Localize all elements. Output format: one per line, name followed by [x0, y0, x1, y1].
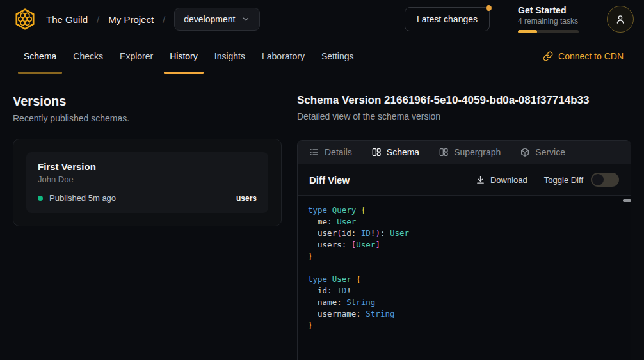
nav-tab-checks[interactable]: Checks [65, 38, 111, 74]
breadcrumb-project[interactable]: My Project [108, 14, 154, 25]
code-line: type User { [308, 274, 620, 285]
schema-code-area: type Query { me: User user(id: ID!): Use… [298, 196, 631, 360]
version-list-item[interactable]: First Version John Doe Published 5m ago … [26, 152, 268, 213]
versions-panel: Versions Recently published schemas. Fir… [13, 94, 282, 226]
version-status-text: Published 5m ago [49, 193, 116, 203]
download-label: Download [490, 175, 527, 185]
breadcrumb-separator: / [97, 14, 99, 25]
schema-version-panel: Schema Version 2166196f-5e10-4059-bd0a-0… [297, 94, 631, 360]
get-started-subtitle: 4 remaining tasks [518, 17, 579, 26]
link-icon [543, 51, 553, 61]
nav-tab-laboratory[interactable]: Laboratory [254, 38, 313, 74]
user-avatar[interactable] [607, 6, 634, 33]
tab-label: Supergraph [454, 147, 501, 157]
schema-version-title: Schema Version 2166196f-5e10-4059-bd0a-0… [297, 94, 631, 107]
get-started-title: Get Started [518, 5, 579, 15]
version-author: John Doe [38, 175, 257, 184]
latest-changes-label: Latest changes [417, 14, 478, 24]
notification-dot [486, 5, 492, 11]
layout-icon [439, 147, 449, 157]
nav-tab-label: Schema [24, 51, 56, 61]
get-started-progress-bar [518, 30, 579, 33]
nav-tab-label: Explorer [120, 51, 153, 61]
download-button[interactable]: Download [476, 175, 527, 185]
get-started-widget[interactable]: Get Started 4 remaining tasks [518, 5, 579, 33]
version-service-badge: users [236, 194, 257, 203]
connect-to-cdn-link[interactable]: Connect to CDN [543, 38, 624, 74]
nav-tab-label: Insights [214, 51, 245, 61]
tab-service[interactable]: Service [520, 147, 565, 157]
page: The Guild / My Project / development Lat… [0, 0, 644, 360]
scrollbar-thumb[interactable] [623, 199, 631, 202]
code-line: name: String [308, 297, 620, 308]
tab-schema[interactable]: Schema [371, 147, 419, 157]
chevron-down-icon [241, 15, 250, 24]
code-line: users: [User] [308, 239, 620, 251]
nav-tab-label: History [170, 51, 198, 61]
code-line: user(id: ID!): User [308, 228, 620, 239]
nav-tab-insights[interactable]: Insights [206, 38, 254, 74]
switch-knob [592, 174, 604, 185]
code-line: type Query { [308, 205, 620, 216]
toggle-diff-control: Toggle Diff [544, 173, 619, 187]
code-line: } [308, 320, 620, 331]
tab-label: Details [325, 147, 352, 157]
code-line: id: ID! [308, 285, 620, 297]
main-content: Versions Recently published schemas. Fir… [0, 74, 644, 360]
schema-version-subtitle: Detailed view of the schema version [297, 111, 631, 121]
code-line [308, 262, 620, 274]
nav-tab-label: Checks [73, 51, 103, 61]
nav-tab-label: Laboratory [262, 51, 305, 61]
versions-list-card: First Version John Doe Published 5m ago … [13, 139, 282, 226]
nav-tab-schema[interactable]: Schema [15, 38, 65, 74]
diff-view-header: Diff View Download Toggle Diff [298, 164, 631, 196]
nav-tab-explorer[interactable]: Explorer [111, 38, 161, 74]
version-status-row: Published 5m ago users [38, 193, 257, 203]
target-selector-value: development [184, 14, 235, 24]
breadcrumb-org[interactable]: The Guild [46, 14, 88, 25]
versions-title: Versions [13, 94, 282, 109]
header-right: Latest changes Get Started 4 remaining t… [405, 5, 634, 33]
nav-tab-history[interactable]: History [161, 38, 206, 74]
tab-label: Schema [387, 147, 419, 157]
code-line: me: User [308, 216, 620, 228]
cube-icon [520, 147, 530, 157]
tab-supergraph[interactable]: Supergraph [439, 147, 501, 157]
code-line: username: String [308, 308, 620, 320]
header: The Guild / My Project / development Lat… [0, 0, 644, 38]
target-selector-dropdown[interactable]: development [174, 8, 260, 31]
nav-tab-label: Settings [321, 51, 354, 61]
connect-to-cdn-label: Connect to CDN [558, 51, 624, 61]
version-title: First Version [38, 161, 257, 172]
breadcrumb-separator: / [163, 14, 165, 25]
main-nav: Schema Checks Explorer History Insights … [0, 38, 644, 74]
progress-fill [518, 30, 537, 33]
versions-subtitle: Recently published schemas. [13, 113, 282, 123]
toggle-diff-switch[interactable] [591, 173, 619, 187]
detail-tabs: Details Schema [298, 141, 631, 164]
hive-logo-icon[interactable] [13, 7, 37, 31]
tab-details[interactable]: Details [309, 147, 352, 157]
diff-actions: Download Toggle Diff [476, 173, 619, 187]
code-line: } [308, 251, 620, 262]
breadcrumb: The Guild / My Project / development [46, 8, 260, 31]
download-icon [476, 175, 485, 185]
version-detail-card: Details Schema [297, 140, 631, 360]
list-icon [309, 147, 319, 157]
toggle-diff-label: Toggle Diff [544, 175, 583, 185]
layout-icon [371, 147, 382, 157]
diff-view-title: Diff View [309, 175, 350, 185]
person-icon [615, 13, 626, 25]
code-scrollbar [624, 196, 631, 360]
code-block: type Query { me: User user(id: ID!): Use… [308, 205, 620, 331]
nav-tab-settings[interactable]: Settings [313, 38, 362, 74]
latest-changes-button[interactable]: Latest changes [405, 7, 490, 31]
tab-label: Service [535, 147, 565, 157]
published-status-dot [38, 196, 43, 201]
